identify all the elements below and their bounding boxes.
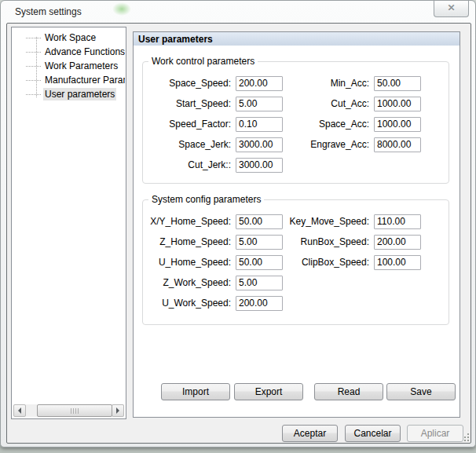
field-row: X/Y_Home_Speed: bbox=[143, 211, 283, 232]
runbox-speed-input[interactable] bbox=[374, 235, 421, 250]
field-row: ClipBox_Speed: bbox=[276, 252, 421, 272]
min-acc-label: Min_Acc: bbox=[276, 78, 374, 89]
field-column: Space_Speed:Start_Speed:Speed_Factor:Spa… bbox=[143, 73, 283, 175]
scrollbar-thumb[interactable] bbox=[37, 404, 112, 417]
space-jerk-label: Space_Jerk: bbox=[143, 139, 236, 150]
scroll-right-icon bbox=[116, 407, 119, 414]
space-acc-label: Space_Acc: bbox=[276, 119, 374, 130]
sidebar-item-label: Manufacturer Paramet bbox=[43, 74, 125, 86]
sidebar-item-advance-functions[interactable]: Advance Functions bbox=[23, 45, 125, 59]
close-button[interactable]: ✕ bbox=[434, 1, 469, 17]
aplicar-button: Aplicar bbox=[407, 425, 463, 442]
u-home-speed-label: U_Home_Speed: bbox=[143, 257, 236, 268]
z-home-speed-input[interactable] bbox=[236, 235, 283, 250]
engrave-acc-label: Engrave_Acc: bbox=[276, 139, 374, 150]
clipbox-speed-input[interactable] bbox=[374, 255, 421, 270]
system-settings-dialog: System settings ✕ Work SpaceAdvance Func… bbox=[0, 0, 476, 448]
field-row: Speed_Factor: bbox=[143, 114, 283, 134]
import-button[interactable]: Import bbox=[161, 383, 230, 400]
tree-items: Work SpaceAdvance FunctionsWork Paramete… bbox=[23, 31, 125, 101]
runbox-speed-label: RunBox_Speed: bbox=[276, 236, 374, 247]
engrave-acc-input[interactable] bbox=[374, 137, 421, 152]
field-column: X/Y_Home_Speed:Z_Home_Speed:U_Home_Speed… bbox=[143, 211, 283, 313]
space-speed-input[interactable] bbox=[236, 76, 283, 91]
read-button[interactable]: Read bbox=[314, 383, 383, 400]
sidebar-item-work-space[interactable]: Work Space bbox=[23, 31, 125, 45]
user-parameters-panel: User parameters Work control parameters … bbox=[133, 31, 460, 418]
z-home-speed-label: Z_Home_Speed: bbox=[143, 236, 236, 247]
field-row: U_Home_Speed: bbox=[143, 252, 283, 272]
field-row: U_Work_Speed: bbox=[143, 293, 283, 313]
tree-horizontal-scrollbar[interactable] bbox=[13, 404, 124, 417]
group-work-control-parameters: Work control parameters Space_Speed:Star… bbox=[142, 61, 449, 184]
cut-acc-label: Cut_Acc: bbox=[276, 98, 374, 109]
field-row: Min_Acc: bbox=[276, 73, 421, 93]
scroll-right-button[interactable] bbox=[112, 404, 124, 417]
space-speed-label: Space_Speed: bbox=[143, 78, 236, 89]
cut-jerk-label: Cut_Jerk:: bbox=[143, 159, 236, 170]
field-row: Start_Speed: bbox=[143, 93, 283, 114]
min-acc-input[interactable] bbox=[374, 76, 421, 91]
field-row: Key_Move_Speed: bbox=[276, 211, 421, 232]
cut-acc-input[interactable] bbox=[374, 97, 421, 111]
speed-factor-label: Speed_Factor: bbox=[143, 119, 236, 130]
sidebar-item-label: Advance Functions bbox=[43, 46, 125, 58]
cut-jerk-input[interactable] bbox=[236, 158, 283, 173]
group-title: Work control parameters bbox=[148, 56, 258, 67]
field-row: Cut_Acc: bbox=[276, 93, 421, 114]
scroll-left-icon bbox=[18, 407, 21, 414]
field-row: RunBox_Speed: bbox=[276, 232, 421, 252]
aceptar-button[interactable]: Aceptar bbox=[282, 425, 338, 442]
space-jerk-input[interactable] bbox=[236, 137, 283, 152]
group-title: System config parameters bbox=[148, 194, 264, 205]
u-home-speed-input[interactable] bbox=[236, 255, 283, 270]
field-row: Space_Speed: bbox=[143, 73, 283, 93]
space-acc-input[interactable] bbox=[374, 117, 421, 132]
sidebar-item-label: User parameters bbox=[43, 88, 116, 100]
field-row: Space_Acc: bbox=[276, 114, 421, 134]
field-row: Space_Jerk: bbox=[143, 134, 283, 155]
u-work-speed-label: U_Work_Speed: bbox=[143, 298, 236, 309]
field-column: Key_Move_Speed:RunBox_Speed:ClipBox_Spee… bbox=[276, 211, 421, 272]
x-y-home-speed-label: X/Y_Home_Speed: bbox=[143, 216, 236, 227]
start-speed-label: Start_Speed: bbox=[143, 98, 236, 109]
page-title: User parameters bbox=[134, 32, 460, 46]
scrollbar-track[interactable] bbox=[26, 404, 112, 417]
z-work-speed-label: Z_Work_Speed: bbox=[143, 277, 236, 288]
sidebar-item-label: Work Parameters bbox=[43, 60, 119, 72]
settings-tree-panel: Work SpaceAdvance FunctionsWork Paramete… bbox=[11, 27, 126, 419]
window-title: System settings bbox=[15, 6, 82, 17]
field-column: Min_Acc:Cut_Acc:Space_Acc:Engrave_Acc: bbox=[276, 73, 421, 155]
clipbox-speed-label: ClipBox_Speed: bbox=[276, 257, 374, 268]
close-icon: ✕ bbox=[434, 1, 468, 16]
field-row: Engrave_Acc: bbox=[276, 134, 421, 155]
x-y-home-speed-input[interactable] bbox=[236, 214, 283, 229]
field-row: Cut_Jerk:: bbox=[143, 155, 283, 175]
key-move-speed-input[interactable] bbox=[374, 214, 421, 229]
scroll-left-button[interactable] bbox=[13, 404, 26, 417]
z-work-speed-input[interactable] bbox=[236, 276, 283, 290]
key-move-speed-label: Key_Move_Speed: bbox=[276, 216, 374, 227]
sidebar-item-user-parameters[interactable]: User parameters bbox=[23, 87, 125, 101]
sidebar-item-manufacturer-paramet[interactable]: Manufacturer Paramet bbox=[23, 73, 125, 87]
speed-factor-input[interactable] bbox=[236, 117, 283, 132]
save-button[interactable]: Save bbox=[386, 383, 456, 400]
cancelar-button[interactable]: Cancelar bbox=[345, 425, 401, 442]
group-system-config-parameters: System config parameters X/Y_Home_Speed:… bbox=[142, 199, 449, 325]
u-work-speed-input[interactable] bbox=[236, 296, 283, 311]
field-row: Z_Work_Speed: bbox=[143, 272, 283, 293]
field-row: Z_Home_Speed: bbox=[143, 232, 283, 252]
sidebar-item-work-parameters[interactable]: Work Parameters bbox=[23, 59, 125, 73]
start-speed-input[interactable] bbox=[236, 97, 283, 111]
export-button[interactable]: Export bbox=[234, 383, 303, 400]
screen-artifact-smudge bbox=[112, 2, 131, 16]
sidebar-item-label: Work Space bbox=[43, 31, 97, 44]
